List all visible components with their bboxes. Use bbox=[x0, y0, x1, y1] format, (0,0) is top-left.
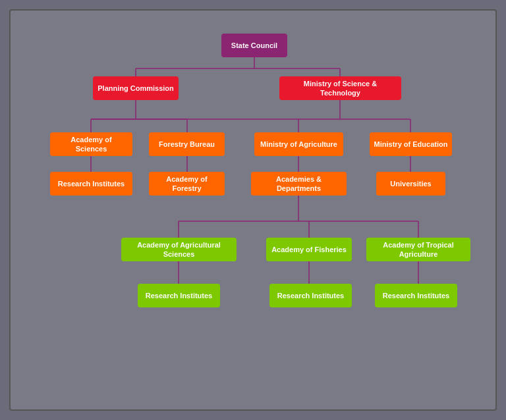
research-institutes-4-node[interactable]: Research Institutes bbox=[375, 284, 457, 307]
ministry-agriculture-node[interactable]: Ministry of Agriculture bbox=[254, 132, 343, 156]
ministry-science-node[interactable]: Ministry of Science & Technology bbox=[279, 76, 401, 100]
academy-tropical-node[interactable]: Academy of Tropical Agriculture bbox=[366, 238, 470, 261]
planning-commission-node[interactable]: Planning Commission bbox=[93, 76, 179, 100]
state-council-node[interactable]: State Council bbox=[221, 34, 287, 57]
research-institutes-2-node[interactable]: Research Institutes bbox=[138, 284, 220, 307]
academy-fisheries-node[interactable]: Academy of Fisheries bbox=[266, 238, 352, 261]
research-institutes-1-node[interactable]: Research Institutes bbox=[50, 172, 132, 196]
org-chart: State Council Planning Commission Minist… bbox=[9, 9, 497, 411]
universities-node[interactable]: Universities bbox=[376, 172, 445, 196]
connectors-svg bbox=[11, 11, 495, 409]
academy-agri-sciences-node[interactable]: Academy of Agricultural Sciences bbox=[121, 238, 237, 261]
research-institutes-3-node[interactable]: Research Institutes bbox=[269, 284, 352, 307]
academies-departments-node[interactable]: Academies & Departments bbox=[251, 172, 347, 196]
academy-forestry-node[interactable]: Academy of Forestry bbox=[149, 172, 225, 196]
forestry-bureau-node[interactable]: Forestry Bureau bbox=[149, 132, 225, 156]
ministry-education-node[interactable]: Ministry of Education bbox=[370, 132, 452, 156]
academy-sciences-node[interactable]: Academy of Sciences bbox=[50, 132, 132, 156]
